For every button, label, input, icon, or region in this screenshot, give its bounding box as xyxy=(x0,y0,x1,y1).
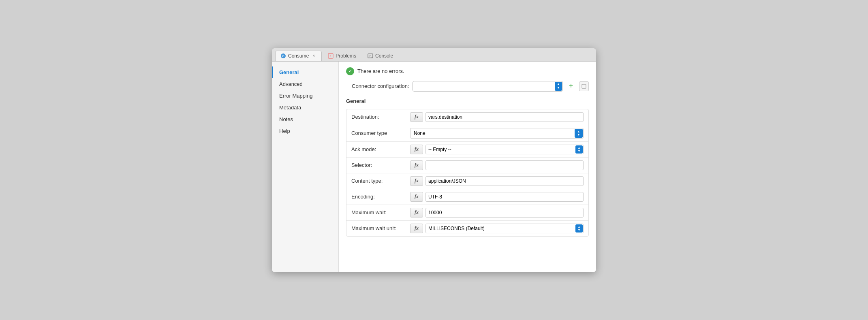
maximum-wait-fx-button[interactable]: fx xyxy=(410,208,423,218)
encoding-fx-button[interactable]: fx xyxy=(410,192,423,202)
destination-input[interactable] xyxy=(425,112,584,122)
field-encoding-row: Encoding: fx xyxy=(346,189,588,205)
maximum-wait-unit-select-wrapper: MILLISECONDS (Default) ▲ ▼ xyxy=(425,224,584,233)
svg-text:!: ! xyxy=(330,54,331,58)
destination-fx-button[interactable]: fx xyxy=(410,112,423,122)
connector-config-label: Connector configuration: xyxy=(352,83,409,89)
maximum-wait-unit-select[interactable]: MILLISECONDS (Default) xyxy=(425,224,584,233)
connector-config-row: Connector configuration: ▲ ▼ + xyxy=(346,81,589,92)
main-window: C Consume × ! Problems >_ xyxy=(272,48,596,272)
tab-bar: C Consume × ! Problems >_ xyxy=(272,48,596,62)
status-bar: ✓ There are no errors. xyxy=(346,67,589,75)
sidebar-item-general[interactable]: General xyxy=(272,66,338,78)
consumer-type-select[interactable]: None xyxy=(410,128,584,139)
field-encoding-label: Encoding: xyxy=(351,194,410,200)
field-ack-mode-label: Ack mode: xyxy=(351,146,410,152)
field-maximum-wait-row: Maximum wait: fx xyxy=(346,205,588,221)
sidebar: General Advanced Error Mapping Metadata … xyxy=(272,62,339,272)
field-selector-row: Selector: fx xyxy=(346,158,588,173)
field-maximum-wait-unit-label: Maximum wait unit: xyxy=(351,225,410,231)
encoding-input[interactable] xyxy=(425,192,584,202)
maximum-wait-unit-fx-button[interactable]: fx xyxy=(410,224,423,233)
sidebar-item-notes[interactable]: Notes xyxy=(272,113,338,125)
form-section: Destination: fx Consumer type None ▲ ▼ xyxy=(346,109,589,237)
ack-mode-select-wrapper: -- Empty -- ▲ ▼ xyxy=(425,145,584,154)
connector-config-select[interactable] xyxy=(413,81,563,92)
sidebar-item-notes-label: Notes xyxy=(279,116,293,122)
sidebar-item-advanced-label: Advanced xyxy=(279,81,303,87)
field-content-type-label: Content type: xyxy=(351,178,410,184)
consume-icon: C xyxy=(280,53,286,59)
edit-connector-button[interactable] xyxy=(579,81,589,91)
consumer-type-select-wrapper: None ▲ ▼ xyxy=(410,128,584,139)
tab-consume-label: Consume xyxy=(288,53,309,59)
connector-config-select-wrapper: ▲ ▼ xyxy=(413,81,563,92)
field-consumer-type-row: Consumer type None ▲ ▼ xyxy=(346,125,588,142)
content-area: ✓ There are no errors. Connector configu… xyxy=(339,62,596,272)
field-consumer-type-label: Consumer type xyxy=(351,130,410,136)
field-maximum-wait-label: Maximum wait: xyxy=(351,209,410,215)
ack-mode-fx-button[interactable]: fx xyxy=(410,145,423,154)
field-selector-label: Selector: xyxy=(351,162,410,168)
field-ack-mode-row: Ack mode: fx -- Empty -- ▲ ▼ xyxy=(346,142,588,158)
tab-problems[interactable]: ! Problems xyxy=(323,51,361,61)
content-type-fx-button[interactable]: fx xyxy=(410,176,423,186)
field-content-type-row: Content type: fx xyxy=(346,173,588,189)
selector-fx-button[interactable]: fx xyxy=(410,160,423,170)
sidebar-item-help-label: Help xyxy=(279,128,290,134)
field-destination-row: Destination: fx xyxy=(346,109,588,125)
main-body: General Advanced Error Mapping Metadata … xyxy=(272,62,596,272)
tab-console[interactable]: >_ Console xyxy=(362,51,398,61)
sidebar-item-metadata[interactable]: Metadata xyxy=(272,102,338,113)
ack-mode-select[interactable]: -- Empty -- xyxy=(425,145,584,154)
status-success-icon: ✓ xyxy=(346,67,354,75)
tab-consume-close[interactable]: × xyxy=(311,53,316,59)
field-destination-label: Destination: xyxy=(351,114,410,120)
sidebar-item-advanced[interactable]: Advanced xyxy=(272,78,338,90)
content-type-input[interactable] xyxy=(425,176,584,186)
tab-consume[interactable]: C Consume × xyxy=(275,51,322,61)
svg-text:C: C xyxy=(282,55,284,58)
sidebar-item-error-mapping[interactable]: Error Mapping xyxy=(272,90,338,102)
sidebar-item-general-label: General xyxy=(279,69,299,75)
status-message: There are no errors. xyxy=(357,68,404,74)
sidebar-item-metadata-label: Metadata xyxy=(279,105,301,111)
sidebar-item-help[interactable]: Help xyxy=(272,125,338,137)
selector-input[interactable] xyxy=(425,160,584,170)
sidebar-item-error-mapping-label: Error Mapping xyxy=(279,93,312,99)
console-icon: >_ xyxy=(368,53,373,59)
svg-text:>_: >_ xyxy=(369,54,373,58)
problems-icon: ! xyxy=(328,53,334,59)
add-connector-button[interactable]: + xyxy=(566,81,576,91)
maximum-wait-input[interactable] xyxy=(425,208,584,218)
section-label: General xyxy=(346,98,589,104)
field-maximum-wait-unit-row: Maximum wait unit: fx MILLISECONDS (Defa… xyxy=(346,221,588,236)
tab-problems-label: Problems xyxy=(336,53,356,59)
tab-console-label: Console xyxy=(375,53,393,59)
